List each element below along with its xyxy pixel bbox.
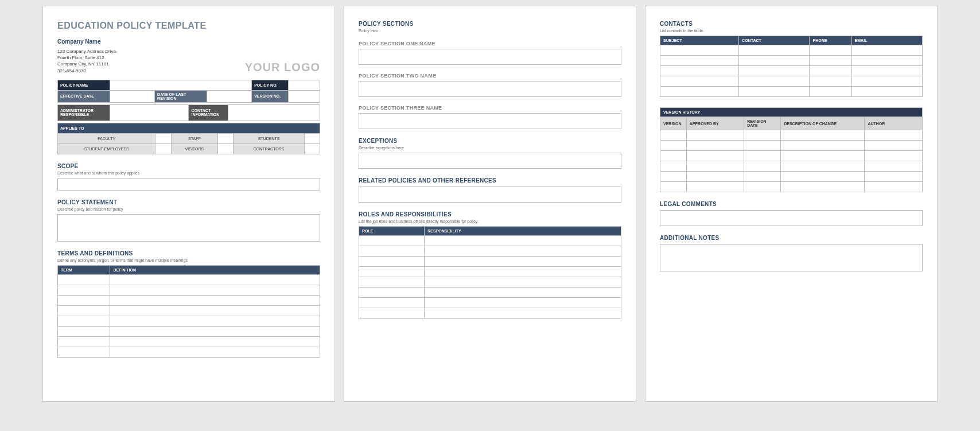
sub-roles: List the job titles and business offices… [359, 219, 621, 223]
th-revision-date: REVISION DATE [744, 117, 781, 130]
th-phone: PHONE [810, 36, 851, 45]
sub-terms: Define any acronyms, jargon, or terms th… [57, 258, 320, 262]
table-row [58, 285, 320, 295]
table-row [58, 305, 320, 316]
cell-resp[interactable] [425, 236, 621, 246]
input-last-revision[interactable] [207, 90, 252, 102]
check-contractors[interactable] [304, 143, 320, 154]
th-subject: SUBJECT [660, 36, 739, 45]
cell-role[interactable] [359, 288, 425, 298]
cell-def[interactable] [110, 295, 320, 305]
th-contact: CONTACT [739, 36, 810, 45]
table-row [660, 56, 923, 66]
heading-legal: LEGAL COMMENTS [660, 201, 923, 207]
table-row [660, 130, 923, 141]
cell-resp[interactable] [425, 298, 621, 308]
cell-role[interactable] [359, 246, 425, 257]
cell-term[interactable] [58, 316, 110, 326]
cell-contractors: CONTRACTORS [234, 143, 304, 154]
label-last-revision: DATE OF LAST REVISION [155, 90, 207, 102]
input-section-1[interactable] [359, 49, 621, 65]
heading-scope: SCOPE [57, 163, 320, 169]
heading-terms: TERMS AND DEFINITIONS [57, 250, 320, 257]
check-visitors[interactable] [218, 143, 234, 154]
table-row [58, 274, 320, 285]
table-row [58, 316, 320, 326]
cell-def[interactable] [110, 274, 320, 285]
table-row [58, 347, 320, 357]
cell-resp[interactable] [425, 277, 621, 288]
cell-def[interactable] [110, 316, 320, 326]
check-student-emp[interactable] [155, 143, 171, 154]
th-role: ROLE [359, 227, 425, 236]
heading-section-3: POLICY SECTION THREE NAME [359, 105, 621, 111]
page-1: EDUCATION POLICY TEMPLATE Company Name 1… [42, 6, 335, 402]
input-policy-statement[interactable] [57, 214, 320, 242]
heading-section-1: POLICY SECTION ONE NAME [359, 41, 621, 46]
table-row [359, 236, 621, 246]
check-staff[interactable] [218, 133, 234, 143]
input-policy-no[interactable] [289, 80, 320, 90]
policy-meta-table: POLICY NAME POLICY NO. EFFECTIVE DATE DA… [57, 80, 320, 103]
input-related[interactable] [359, 187, 621, 203]
sub-contacts: List contacts in the table. [660, 29, 923, 33]
sub-exceptions: Describe exceptions here [359, 146, 621, 150]
check-faculty[interactable] [155, 133, 171, 143]
cell-role[interactable] [359, 236, 425, 246]
input-scope[interactable] [57, 178, 320, 191]
input-section-2[interactable] [359, 81, 621, 97]
cell-visitors: VISITORS [171, 143, 217, 154]
cell-role[interactable] [359, 298, 425, 308]
cell-resp[interactable] [425, 267, 621, 277]
input-effective-date[interactable] [110, 90, 155, 102]
cell-def[interactable] [110, 326, 320, 336]
cell-resp[interactable] [425, 246, 621, 257]
cell-term[interactable] [58, 347, 110, 357]
cell-term[interactable] [58, 274, 110, 285]
input-contact-info[interactable] [228, 104, 320, 121]
cell-term[interactable] [58, 295, 110, 305]
input-notes[interactable] [660, 244, 923, 271]
table-row [58, 336, 320, 347]
input-admin[interactable] [110, 104, 189, 121]
roles-table: ROLE RESPONSIBILITY [359, 226, 621, 319]
cell-resp[interactable] [425, 257, 621, 267]
input-version-no[interactable] [289, 90, 320, 102]
cell-def[interactable] [110, 285, 320, 295]
input-policy-name[interactable] [110, 80, 252, 90]
cell-students: STUDENTS [234, 133, 304, 143]
label-policy-no: POLICY NO. [252, 80, 289, 90]
th-approved-by: APPROVED BY [686, 117, 744, 130]
table-row [359, 267, 621, 277]
table-row [660, 45, 923, 56]
cell-term[interactable] [58, 285, 110, 295]
th-term: TERM [58, 265, 110, 274]
check-students[interactable] [304, 133, 320, 143]
label-policy-name: POLICY NAME [58, 80, 110, 90]
label-effective-date: EFFECTIVE DATE [58, 90, 110, 102]
sub-policy-statement: Describe policy and reason for policy [57, 207, 320, 211]
cell-role[interactable] [359, 277, 425, 288]
cell-role[interactable] [359, 257, 425, 267]
cell-def[interactable] [110, 347, 320, 357]
logo-placeholder: YOUR LOGO [245, 61, 320, 74]
label-contact-info: CONTACT INFORMATION [189, 104, 228, 121]
cell-role[interactable] [359, 308, 425, 319]
cell-term[interactable] [58, 326, 110, 336]
cell-def[interactable] [110, 336, 320, 347]
input-section-3[interactable] [359, 113, 621, 129]
table-row [660, 141, 923, 151]
input-legal[interactable] [660, 210, 923, 226]
cell-resp[interactable] [425, 308, 621, 319]
cell-term[interactable] [58, 305, 110, 316]
th-version: VERSION [660, 117, 687, 130]
cell-resp[interactable] [425, 288, 621, 298]
address-line-3: Company City, NY 11101 [57, 61, 116, 67]
input-exceptions[interactable] [359, 153, 621, 169]
table-row [359, 308, 621, 319]
th-responsibility: RESPONSIBILITY [425, 227, 621, 236]
cell-def[interactable] [110, 305, 320, 316]
company-name: Company Name [57, 38, 116, 46]
cell-role[interactable] [359, 267, 425, 277]
cell-term[interactable] [58, 336, 110, 347]
